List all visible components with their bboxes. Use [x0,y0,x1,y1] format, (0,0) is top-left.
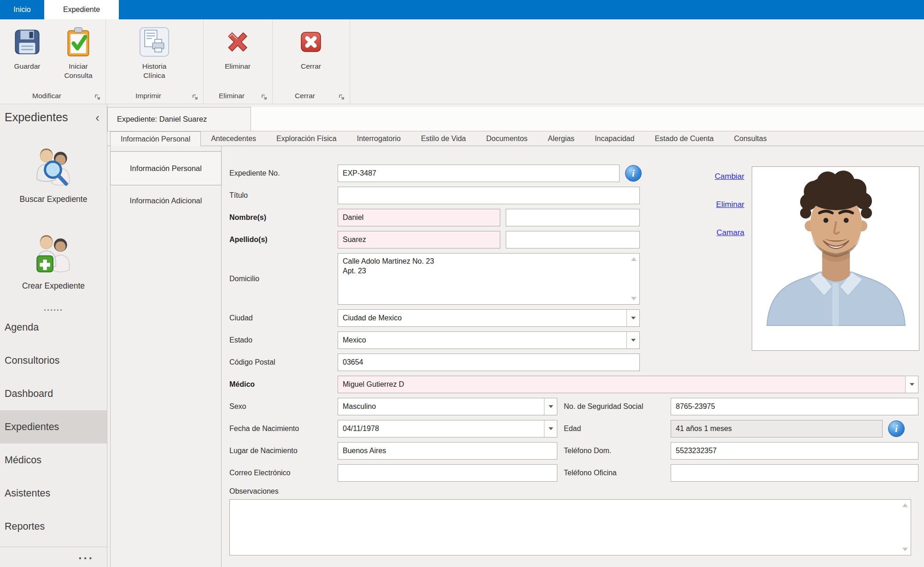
codigo-postal-label: Código Postal [229,358,338,366]
sidebar-item-consultorios[interactable]: Consultorios [0,344,107,377]
dropdown-arrow-icon[interactable] [905,376,918,393]
tab-alergias[interactable]: Alergias [538,131,585,146]
camara-link[interactable]: Camara [717,228,744,237]
iniciar-consulta-button[interactable]: Iniciar Consulta [54,25,102,80]
medico-value: Miguel Gutierrez D [338,376,905,393]
info-icon[interactable]: i [888,420,905,437]
subtab-column: Información Personal Información Adicion… [110,146,222,567]
historia-clinica-button[interactable]: Historia Clínica [130,25,178,80]
scroll-down-icon[interactable] [902,548,908,551]
scroll-up-icon[interactable] [902,503,908,507]
sexo-label: Sexo [229,402,338,411]
fecha-nacimiento-value: 04/11/1978 [338,420,544,437]
tab-antecedentes[interactable]: Antecedentes [201,131,266,146]
dropdown-arrow-icon[interactable] [544,398,557,415]
medico-combobox[interactable]: Miguel Gutierrez D [338,376,918,393]
seguridad-social-label: No. de Seguridad Social [557,402,671,411]
sidebar-nav: Agenda Consultorios Dashboard Expediente… [0,311,107,543]
info-icon[interactable]: i [625,165,642,182]
dialog-launcher-icon[interactable] [338,94,345,101]
ribbon-tab-expediente[interactable]: Expediente [44,0,119,19]
ciudad-combobox[interactable]: Ciudad de Mexico [338,309,640,327]
sidebar-item-reportes[interactable]: Reportes [0,510,107,543]
estado-label: Estado [229,336,338,344]
eliminar-photo-link[interactable]: Eliminar [716,200,744,209]
subtab-informacion-personal[interactable]: Información Personal [110,151,222,185]
dropdown-arrow-icon[interactable] [626,310,639,326]
seguridad-social-input[interactable] [671,398,918,415]
sidebar-item-expedientes[interactable]: Expedientes [0,410,107,443]
guardar-button[interactable]: Guardar [3,25,51,71]
fecha-nacimiento-label: Fecha de Nacimiento [229,425,338,433]
codigo-postal-input[interactable] [338,354,640,371]
document-tab-row: Expediente: Daniel Suarez [107,107,924,131]
tab-informacion-personal[interactable]: Información Personal [110,131,201,146]
tab-interrogatorio[interactable]: Interrogatorio [347,131,411,146]
estado-combobox[interactable]: Mexico [338,331,640,349]
lugar-nacimiento-input[interactable] [338,442,557,460]
sidebar-item-asistentes[interactable]: Asistentes [0,477,107,510]
apellidos-input-2[interactable] [506,231,640,248]
personal-info-form: Expediente No. i Título Nombre(s) [222,146,924,567]
eliminar-label: Eliminar [225,62,251,71]
ribbon-group-cerrar: Cerrar Cerrar [272,19,350,104]
sidebar-title: Expedientes [5,111,68,124]
observaciones-textarea[interactable] [229,499,911,555]
domicilio-textarea[interactable]: Calle Adolo Martinez No. 23 Apt. 23 [338,253,640,305]
dropdown-arrow-icon[interactable] [626,332,639,348]
expediente-no-label: Expediente No. [229,169,338,177]
tab-consultas[interactable]: Consultas [724,131,777,146]
main-tab-strip: Información Personal Antecedentes Explor… [107,131,924,146]
print-history-icon [139,25,170,59]
document-tab[interactable]: Expediente: Daniel Suarez [107,107,251,131]
tab-estilo-de-vida[interactable]: Estilo de Vida [411,131,476,146]
telefono-dom-input[interactable] [671,442,918,460]
overflow-ellipsis-icon[interactable]: ... [78,551,94,559]
edad-label: Edad [557,425,671,433]
sidebar-item-medicos[interactable]: Médicos [0,443,107,477]
ciudad-value: Ciudad de Mexico [338,310,626,326]
apellidos-input[interactable] [338,231,500,248]
scroll-up-icon[interactable] [631,257,637,261]
dialog-launcher-icon[interactable] [261,94,268,101]
scroll-down-icon[interactable] [631,297,637,301]
sidebar: Expedientes ‹ Buscar Expe [0,104,107,567]
ribbon-tab-bar: Inicio Expediente [0,0,924,19]
correo-label: Correo Electrónico [229,469,338,477]
group-title-eliminar: Eliminar [203,92,260,100]
buscar-expediente-action[interactable]: Buscar Expediente [0,146,107,204]
sidebar-item-agenda[interactable]: Agenda [0,311,107,344]
sexo-combobox[interactable]: Masculino [338,398,557,415]
collapse-chevron-icon[interactable]: ‹ [93,113,102,122]
observaciones-label: Observaciones [229,487,924,496]
tab-estado-de-cuenta[interactable]: Estado de Cuenta [644,131,724,146]
lugar-nacimiento-label: Lugar de Nacimiento [229,447,338,455]
dropdown-arrow-icon[interactable] [544,420,557,437]
subtab-informacion-adicional[interactable]: Información Adicional [111,196,221,205]
titulo-input[interactable] [338,187,640,204]
cerrar-button[interactable]: Cerrar [287,25,335,71]
buscar-expediente-label: Buscar Expediente [0,195,107,204]
correo-input[interactable] [338,464,557,482]
eliminar-button[interactable]: Eliminar [214,25,262,71]
tab-documentos[interactable]: Documentos [476,131,538,146]
ribbon-tab-inicio[interactable]: Inicio [0,0,44,19]
tab-exploracion-fisica[interactable]: Exploración Física [266,131,347,146]
dialog-launcher-icon[interactable] [94,94,101,101]
crear-expediente-action[interactable]: Crear Expediente [0,232,107,291]
dialog-launcher-icon[interactable] [192,94,199,101]
app-window: Inicio Expediente [0,0,924,567]
guardar-label: Guardar [14,62,41,71]
group-title-cerrar: Cerrar [272,92,338,100]
nombres-input[interactable] [338,209,500,226]
nombres-input-2[interactable] [506,209,640,226]
content-panel: Información Personal Información Adicion… [107,146,924,567]
sidebar-item-dashboard[interactable]: Dashboard [0,377,107,410]
fecha-nacimiento-picker[interactable]: 04/11/1978 [338,420,557,437]
telefono-oficina-input[interactable] [671,464,918,482]
tab-incapacidad[interactable]: Incapacidad [585,131,644,146]
historia-clinica-label: Historia Clínica [132,62,176,80]
cambiar-photo-link[interactable]: Cambiar [715,172,744,181]
ribbon: Guardar Iniciar Consulta Modifica [0,19,924,104]
expediente-no-input[interactable] [338,165,620,182]
